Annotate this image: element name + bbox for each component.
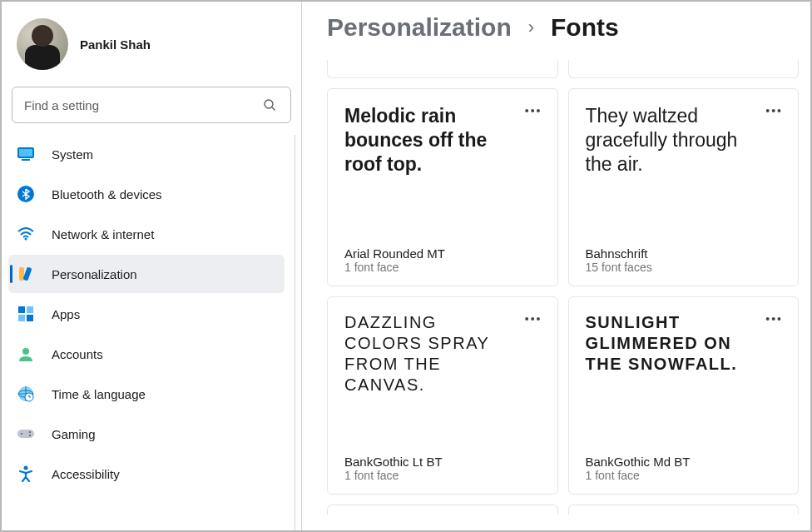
- more-icon[interactable]: •••: [522, 311, 546, 327]
- sidebar-item-label: Gaming: [52, 427, 96, 441]
- font-faces: 1 font face: [586, 469, 782, 482]
- search-icon: [260, 96, 279, 114]
- font-name: BankGothic Lt BT: [344, 455, 541, 469]
- font-card[interactable]: ••• Dazzling colors spray from the canva…: [327, 296, 558, 495]
- font-name: Bahnschrift: [586, 246, 782, 261]
- svg-point-18: [21, 433, 22, 435]
- search-box[interactable]: [12, 87, 291, 123]
- svg-point-20: [29, 435, 31, 436]
- breadcrumb: Personalization › Fonts: [327, 13, 799, 60]
- more-icon[interactable]: •••: [522, 102, 546, 119]
- font-card[interactable]: ••• They waltzed gracefully through the …: [568, 88, 800, 286]
- bluetooth-icon: [17, 185, 35, 203]
- svg-rect-3: [22, 159, 30, 161]
- sidebar-item-label: Network & internet: [52, 227, 154, 241]
- sidebar-item-label: Apps: [52, 307, 80, 321]
- avatar: [17, 18, 68, 70]
- font-preview: Sunlight glimmered on the snowfall.: [586, 312, 782, 448]
- font-faces: 1 font face: [344, 469, 541, 482]
- font-card-partial[interactable]: [327, 505, 558, 515]
- svg-point-6: [25, 238, 27, 241]
- sidebar-item-label: Bluetooth & devices: [52, 187, 162, 201]
- profile[interactable]: Pankil Shah: [8, 13, 295, 87]
- apps-icon: [17, 305, 35, 323]
- sidebar-item-accounts[interactable]: Accounts: [8, 335, 285, 373]
- sidebar-item-label: System: [52, 147, 93, 162]
- accessibility-icon: [17, 465, 35, 483]
- svg-point-0: [265, 100, 273, 108]
- font-name: BankGothic Md BT: [586, 455, 782, 469]
- sidebar-item-time-language[interactable]: Time & language: [8, 375, 285, 413]
- system-icon: [17, 145, 35, 163]
- sidebar-item-apps[interactable]: Apps: [8, 295, 285, 333]
- svg-rect-8: [22, 266, 32, 281]
- accounts-icon: [17, 345, 35, 363]
- svg-point-21: [24, 466, 28, 470]
- sidebar-item-label: Accounts: [52, 347, 103, 361]
- sidebar-item-label: Time & language: [52, 387, 146, 401]
- sidebar-item-system[interactable]: System: [8, 135, 285, 173]
- sidebar-item-label: Personalization: [52, 267, 137, 281]
- more-icon[interactable]: •••: [762, 102, 786, 119]
- more-icon[interactable]: •••: [762, 311, 786, 327]
- sidebar-item-network[interactable]: Network & internet: [8, 215, 285, 253]
- font-faces: 1 font face: [344, 261, 541, 274]
- breadcrumb-parent[interactable]: Personalization: [327, 13, 512, 42]
- sidebar: Pankil Shah System Bluetooth &: [2, 2, 301, 530]
- breadcrumb-current: Fonts: [551, 13, 619, 42]
- svg-rect-12: [27, 315, 33, 321]
- search-input[interactable]: [24, 98, 260, 112]
- svg-rect-10: [27, 306, 33, 313]
- font-name: Arial Rounded MT: [344, 246, 541, 261]
- profile-name: Pankil Shah: [80, 37, 151, 52]
- sidebar-item-personalization[interactable]: Personalization: [8, 255, 285, 293]
- svg-rect-4: [19, 149, 32, 157]
- main: Personalization › Fonts ••• Melodic rain…: [301, 2, 810, 530]
- svg-point-19: [29, 431, 31, 433]
- sidebar-item-accessibility[interactable]: Accessibility: [8, 455, 285, 493]
- sidebar-item-gaming[interactable]: Gaming: [8, 415, 285, 453]
- font-card-partial[interactable]: [568, 60, 800, 78]
- sidebar-item-label: Accessibility: [52, 467, 120, 481]
- font-preview: Dazzling colors spray from the canvas.: [344, 312, 541, 448]
- chevron-right-icon: ›: [528, 17, 534, 38]
- font-card[interactable]: ••• Melodic rain bounces off the roof to…: [327, 88, 558, 286]
- font-card[interactable]: ••• Sunlight glimmered on the snowfall. …: [568, 296, 800, 495]
- font-preview: Melodic rain bounces off the roof top.: [344, 104, 541, 240]
- nav: System Bluetooth & devices Network & int…: [8, 135, 295, 530]
- svg-point-13: [22, 348, 29, 355]
- sidebar-item-bluetooth[interactable]: Bluetooth & devices: [8, 175, 285, 213]
- font-grid: ••• Melodic rain bounces off the roof to…: [327, 60, 799, 515]
- font-faces: 15 font faces: [586, 261, 782, 274]
- svg-rect-11: [18, 315, 25, 321]
- font-card-partial[interactable]: [327, 60, 558, 78]
- gaming-icon: [17, 425, 35, 443]
- wifi-icon: [17, 225, 35, 243]
- font-preview: They waltzed gracefully through the air.: [586, 104, 782, 240]
- svg-rect-9: [18, 306, 25, 313]
- svg-line-1: [272, 107, 275, 111]
- svg-rect-17: [17, 430, 34, 438]
- time-language-icon: [17, 385, 35, 403]
- font-card-partial[interactable]: [568, 505, 800, 515]
- personalization-icon: [17, 265, 35, 283]
